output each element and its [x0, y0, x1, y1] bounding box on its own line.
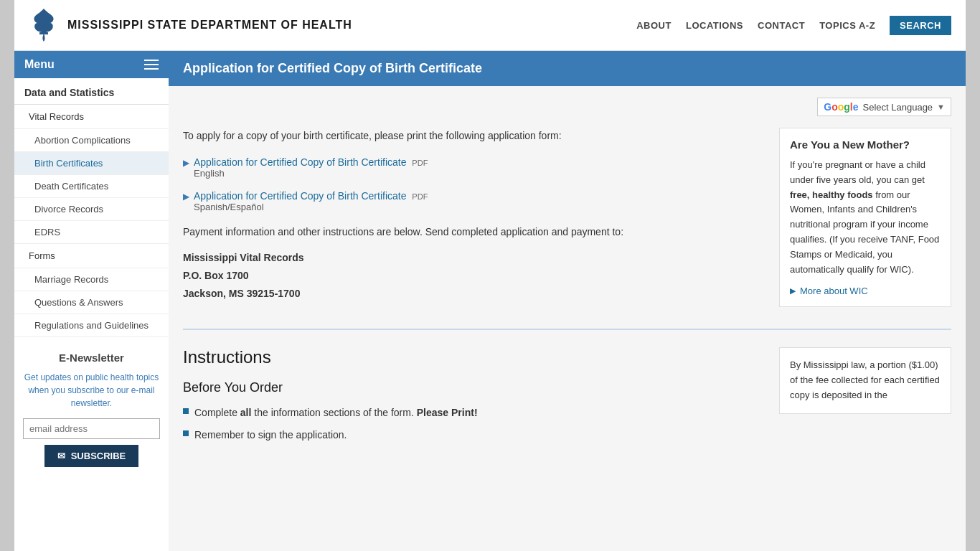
site-header: Mississippi State Department of Health A… [14, 0, 966, 51]
main-layout: Menu Data and Statistics Vital Records A… [14, 51, 966, 551]
sidebar-item-divorce-records[interactable]: Divorce Records [14, 198, 169, 221]
sidebar-section-title: Data and Statistics [14, 78, 169, 105]
pdf-sublabel-spanish: Spanish/Español [194, 202, 428, 212]
new-mother-text-before: If you're pregnant or have a child under… [790, 159, 925, 185]
sidebar-item-forms[interactable]: Forms [14, 244, 169, 268]
enewsletter-section: E-Newsletter Get updates on public healt… [14, 340, 169, 479]
sidebar-item-death-certificates[interactable]: Death Certificates [14, 175, 169, 198]
address-line2: Jackson, MS 39215-1700 [183, 285, 765, 303]
nav-locations[interactable]: LOCATIONS [686, 20, 743, 31]
translate-bar: Google Select Language ▼ [183, 98, 951, 116]
enewsletter-title: E-Newsletter [23, 352, 160, 364]
email-input[interactable] [23, 418, 160, 439]
select-language-label: Select Language [863, 102, 933, 113]
sidebar-item-regulations-guidelines[interactable]: Regulations and Guidelines [14, 314, 169, 337]
sidebar-item-marriage-records[interactable]: Marriage Records [14, 268, 169, 291]
hamburger-icon [144, 60, 159, 70]
email-icon: ✉ [57, 451, 65, 461]
instructions-side-box: By Mississippi law, a portion ($1.00) of… [779, 347, 951, 413]
instructions-side: By Mississippi law, a portion ($1.00) of… [779, 347, 951, 450]
bullet-icon-1 [183, 408, 189, 414]
new-mother-box: Are You a New Mother? If you're pregnant… [779, 128, 951, 307]
instructions-section: Instructions Before You Order Complete a… [183, 347, 951, 450]
content-body: Google Select Language ▼ To apply for a … [169, 86, 966, 461]
bullet-icon-2 [183, 430, 189, 436]
new-mother-text: If you're pregnant or have a child under… [790, 158, 941, 277]
nav-contact[interactable]: CONTACT [758, 20, 805, 31]
pdf-badge-english: PDF [412, 159, 428, 167]
subscribe-label: SUBSCRIBE [71, 451, 126, 461]
new-mother-text-after: from our Women, Infants and Children's n… [790, 189, 939, 275]
address-block: Mississippi Vital Records P.O. Box 1700 … [183, 249, 765, 303]
content-area: Application for Certified Copy of Birth … [169, 51, 966, 551]
pdf-arrow-icon: ▶ [183, 158, 189, 168]
new-mother-title: Are You a New Mother? [790, 138, 941, 151]
side-column: Are You a New Mother? If you're pregnant… [779, 128, 951, 311]
intro-text: To apply for a copy of your birth certif… [183, 128, 765, 143]
sidebar: Menu Data and Statistics Vital Records A… [14, 51, 169, 551]
payment-text: Payment information and other instructio… [183, 224, 765, 240]
sidebar-item-birth-certificates[interactable]: Birth Certificates [14, 152, 169, 175]
nav-about[interactable]: ABOUT [636, 20, 672, 31]
site-title: Mississippi State Department of Health [67, 19, 352, 32]
instructions-title: Instructions [183, 347, 765, 367]
sidebar-item-edrs[interactable]: EDRS [14, 221, 169, 244]
new-mother-bold-text: free, healthy foods [790, 189, 873, 200]
pdf-badge-spanish: PDF [412, 192, 428, 201]
logo-icon [29, 7, 59, 43]
subscribe-button[interactable]: ✉ SUBSCRIBE [44, 445, 139, 467]
sidebar-item-questions-answers[interactable]: Questions & Answers [14, 291, 169, 314]
instructions-bullet-list: Complete all the information sections of… [183, 405, 765, 443]
more-link-label: More about WIC [800, 286, 868, 296]
before-order-title: Before You Order [183, 380, 765, 395]
pdf-link-spanish: ▶ Application for Certified Copy of Birt… [183, 190, 765, 212]
more-about-wic-link[interactable]: ▶ More about WIC [790, 286, 941, 296]
google-logo: Google [824, 101, 858, 113]
bullet-item-2: Remember to sign the application. [183, 428, 765, 443]
pdf-arrow-icon-2: ▶ [183, 192, 189, 202]
pdf-link-english-title[interactable]: Application for Certified Copy of Birth … [194, 156, 428, 168]
logo: Mississippi State Department of Health [29, 7, 352, 43]
two-column-layout: To apply for a copy of your birth certif… [183, 128, 951, 311]
pdf-sublabel-english: English [194, 168, 428, 179]
pdf-link-english: ▶ Application for Certified Copy of Birt… [183, 156, 765, 179]
main-nav: ABOUT LOCATIONS CONTACT TOPICS A-Z SEARC… [636, 16, 951, 35]
translate-dropdown-arrow: ▼ [937, 103, 945, 111]
instructions-side-text: By Mississippi law, a portion ($1.00) of… [790, 359, 940, 400]
svg-rect-0 [39, 32, 48, 34]
payment-section: Payment information and other instructio… [183, 224, 765, 303]
pdf-link-spanish-title[interactable]: Application for Certified Copy of Birth … [194, 190, 428, 202]
bullet-item-1: Complete all the information sections of… [183, 405, 765, 420]
address-name: Mississippi Vital Records [183, 249, 765, 267]
search-button[interactable]: SEARCH [890, 16, 951, 35]
more-arrow-icon: ▶ [790, 286, 796, 296]
bullet-text-2: Remember to sign the application. [194, 428, 347, 443]
bullet-text-1: Complete all the information sections of… [194, 405, 478, 420]
menu-label: Menu [24, 58, 55, 71]
nav-topics-az[interactable]: TOPICS A-Z [819, 20, 875, 31]
sidebar-item-vital-records[interactable]: Vital Records [14, 105, 169, 129]
section-divider [183, 329, 951, 330]
menu-bar[interactable]: Menu [14, 51, 169, 78]
address-line1: P.O. Box 1700 [183, 267, 765, 285]
enewsletter-description: Get updates on public health topics when… [23, 371, 160, 410]
main-column: To apply for a copy of your birth certif… [183, 128, 765, 311]
sidebar-item-abortion-complications[interactable]: Abortion Complications [14, 129, 169, 152]
content-page-title: Application for Certified Copy of Birth … [169, 51, 966, 86]
google-translate-widget[interactable]: Google Select Language ▼ [817, 98, 951, 116]
instructions-main: Instructions Before You Order Complete a… [183, 347, 765, 450]
